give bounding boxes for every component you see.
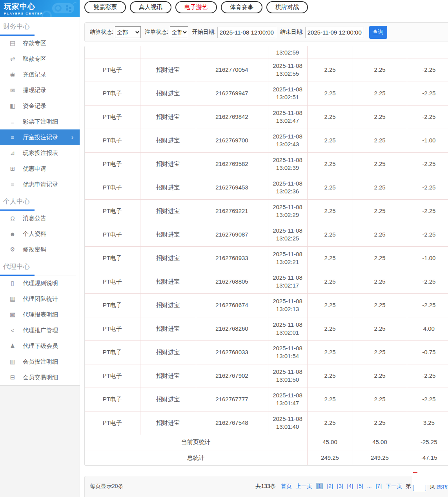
table-row: PT电子 招财进宝 2162769842 2025-11-0813:02:47 … xyxy=(85,105,448,129)
page-summary-result: -25.25 xyxy=(407,435,448,450)
cell-game-type: PT电子 xyxy=(85,58,140,82)
sidebar-menu: 财务中心 ▤ 存款专区 › ⇄ 取款专区 › ◉ 充值记录 › ✉ 提现记录 ›… xyxy=(0,17,80,385)
cell-order-number: 2162767548 xyxy=(196,411,268,435)
tab-sports[interactable]: 体育赛事 xyxy=(221,1,262,13)
page-7[interactable]: [7] xyxy=(375,483,382,489)
start-date-input[interactable] xyxy=(217,27,276,38)
purse-icon: ✉ xyxy=(9,87,16,94)
order-status-select[interactable]: 全部 xyxy=(170,26,188,38)
cell-bet-time: 2025-11-0813:01:47 xyxy=(268,388,307,411)
cell-game-name: 招财进宝 xyxy=(140,270,196,293)
cell-game-type: PT电子 xyxy=(85,270,140,293)
sidebar-item-profile[interactable]: ☻ 个人资料 › xyxy=(0,226,80,242)
end-date-input[interactable] xyxy=(305,27,364,38)
cell-order-number: 2162768033 xyxy=(196,340,268,364)
cell-win-loss: -2.25 xyxy=(407,293,448,317)
cell-valid-amount: 2.25 xyxy=(353,364,407,388)
sidebar-item-recharge-record[interactable]: ◉ 充值记录 › xyxy=(0,67,80,82)
query-button[interactable]: 查询 xyxy=(369,26,387,39)
table-row: PT电子 招财进宝 2162769582 2025-11-0813:02:39 … xyxy=(85,152,448,176)
cell-bet-time: 2025-11-0813:02:17 xyxy=(268,270,307,293)
cell-game-type: PT电子 xyxy=(85,246,140,270)
cell-win-loss: -2.25 xyxy=(407,199,448,223)
cell-bet-amount: 2.25 xyxy=(307,246,353,270)
cell-win-loss: -1.00 xyxy=(407,129,448,152)
cell-win-loss: -2.25 xyxy=(407,58,448,82)
sidebar-item-announcements[interactable]: Ω 消息公告 › xyxy=(0,210,80,226)
tab-boardgames[interactable]: 棋牌对战 xyxy=(266,1,308,13)
cell-game-type: PT电子 xyxy=(85,340,140,364)
sidebar-item-agent-rules[interactable]: ▯ 代理规则说明 › xyxy=(0,275,80,291)
sidebar-item-agent-members[interactable]: ♟ 代理下级会员 › xyxy=(0,338,80,354)
sidebar-item-change-password[interactable]: ⚙ 修改密码 › xyxy=(0,242,80,257)
cell-game-type: PT电子 xyxy=(85,317,140,340)
cell-game-type: PT电子 xyxy=(85,223,140,246)
cell-win-loss: 3.25 xyxy=(407,411,448,435)
tab-egames[interactable]: 电子游艺 xyxy=(175,1,217,13)
cell-win-loss: -2.25 xyxy=(407,388,448,411)
page-prev[interactable]: 上一页 xyxy=(296,483,312,489)
cell-valid-amount: 2.25 xyxy=(353,82,407,105)
sidebar-item-agent-team-stats[interactable]: ▦ 代理团队统计 › xyxy=(0,291,80,307)
table-row: PT电子 招财进宝 2162768933 2025-11-0813:02:21 … xyxy=(85,246,448,270)
sidebar-item-player-report[interactable]: ⊿ 玩家投注报表 › xyxy=(0,145,80,161)
sidebar-section-header: 财务中心 xyxy=(0,17,80,35)
cell-order-number: 2162768674 xyxy=(196,293,268,317)
filter-bar: 结算状态: 全部 注单状态: 全部 开始日期: 结束日期: 查询 xyxy=(84,22,448,42)
chevron-right-icon: › xyxy=(71,134,73,141)
tab-live[interactable]: 真人视讯 xyxy=(130,1,171,13)
cell-order-number: 2162769221 xyxy=(196,199,268,223)
cell-valid-amount: 2.25 xyxy=(353,152,407,176)
cell-order-number: 2162769582 xyxy=(196,152,268,176)
cell-bet-amount: 2.25 xyxy=(307,364,353,388)
sidebar-section-header: 代理中心 xyxy=(0,257,80,275)
cell-bet-time: 2025-11-0813:02:47 xyxy=(268,105,307,129)
sidebar-item-agent-promotion[interactable]: < 代理推广管理 › xyxy=(0,322,80,338)
sidebar-item-withdraw-record[interactable]: ✉ 提现记录 › xyxy=(0,82,80,98)
list-icon: ≡ xyxy=(9,118,16,125)
cell-bet-amount: 2.25 xyxy=(307,411,353,435)
total-count-label: 共133条 xyxy=(256,483,276,490)
cell-game-type: PT电子 xyxy=(85,176,140,199)
cell-valid-amount: 2.25 xyxy=(353,246,407,270)
cell-game-name: 招财进宝 xyxy=(140,176,196,199)
sidebar-item-label: 存款专区 xyxy=(23,40,46,47)
cell-valid-amount: 2.25 xyxy=(353,388,407,411)
page-2[interactable]: [2] xyxy=(327,483,333,489)
sidebar-item-member-transactions[interactable]: ⊟ 会员交易明细 › xyxy=(0,370,80,385)
sidebar-item-hall-bet-record[interactable]: ≡ 厅室投注记录 › xyxy=(0,129,80,145)
sidebar-item-fund-record[interactable]: ◧ 资金记录 › xyxy=(0,98,80,114)
partial-row-time: 13:02:59 xyxy=(268,46,307,58)
cell-bet-time: 2025-11-0813:02:25 xyxy=(268,223,307,246)
sidebar-item-promo-record[interactable]: ≡ 优惠申请记录 › xyxy=(0,177,80,192)
bell-icon: Ω xyxy=(9,215,16,222)
sidebar-header: 玩家中心 PLAYERS CENTER xyxy=(0,0,80,17)
page-5[interactable]: [5] xyxy=(357,483,363,489)
cell-game-name: 招财进宝 xyxy=(140,246,196,270)
money-bag-icon: ◉ xyxy=(9,71,16,78)
settle-status-label: 结算状态: xyxy=(90,29,113,36)
page-4[interactable]: [4] xyxy=(347,483,353,489)
sidebar-item-withdraw-zone[interactable]: ⇄ 取款专区 › xyxy=(0,51,80,67)
page-3[interactable]: [3] xyxy=(337,483,343,489)
sidebar-item-deposit-zone[interactable]: ▤ 存款专区 › xyxy=(0,35,80,51)
page-first[interactable]: 首页 xyxy=(281,483,292,489)
category-tabs: 雙赢彩票 真人视讯 电子游艺 体育赛事 棋牌对战 xyxy=(84,1,312,13)
table-row: PT电子 招财进宝 2162769947 2025-11-0813:02:51 … xyxy=(85,82,448,105)
settle-status-select[interactable]: 全部 xyxy=(115,26,141,38)
sidebar-item-promo-apply[interactable]: ⊞ 优惠申请 › xyxy=(0,161,80,177)
cell-game-type: PT电子 xyxy=(85,129,140,152)
cell-bet-amount: 2.25 xyxy=(307,199,353,223)
sidebar-item-lottery-bets[interactable]: ≡ 彩票下注明细 › xyxy=(0,114,80,129)
cell-game-type: PT电子 xyxy=(85,411,140,435)
cell-game-name: 招财进宝 xyxy=(140,293,196,317)
cell-bet-amount: 2.25 xyxy=(307,82,353,105)
sidebar-item-agent-report[interactable]: ▩ 代理报表明细 › xyxy=(0,307,80,322)
tab-lottery[interactable]: 雙赢彩票 xyxy=(84,1,126,13)
sidebar-item-member-bets[interactable]: ▥ 会员投注明细 › xyxy=(0,354,80,370)
page-next[interactable]: 下一页 xyxy=(386,483,402,489)
cell-valid-amount: 2.25 xyxy=(353,317,407,340)
cell-order-number: 2162768260 xyxy=(196,317,268,340)
cell-bet-time: 2025-11-0813:02:36 xyxy=(268,176,307,199)
cell-game-type: PT电子 xyxy=(85,293,140,317)
